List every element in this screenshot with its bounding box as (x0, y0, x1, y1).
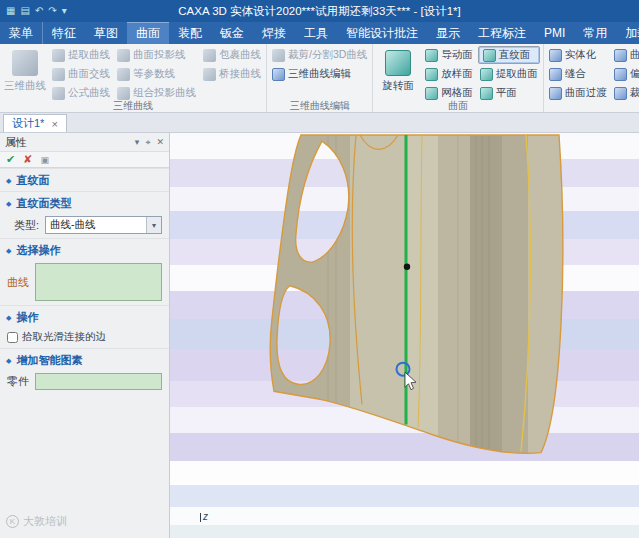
properties-panel: 属性 ▾ ⌖ ✕ ✔ ✘ ▣ ◆ 直纹面 ◆ 直纹面类型 类 (0, 133, 170, 538)
smooth-edges-checkbox[interactable] (7, 332, 18, 343)
btn-wrap-curve[interactable]: 包裹曲线 (201, 46, 263, 64)
btn-label: 导动面 (441, 48, 473, 62)
axis-indicator: z (200, 511, 208, 522)
axis-z-label: z (203, 511, 208, 522)
section-operation: ◆ 操作 (0, 305, 169, 328)
tab-sketch[interactable]: 草图 (85, 22, 127, 44)
panel-close-icon[interactable]: ✕ (156, 137, 164, 148)
tab-feature[interactable]: 特征 (43, 22, 85, 44)
btn-surface-extra[interactable]: 曲面 (612, 46, 639, 64)
part-pick-input[interactable] (35, 373, 162, 390)
customize-quick-access-icon[interactable]: ▾ (62, 6, 67, 16)
btn-3d-curve-edit[interactable]: 三维曲线编辑 (270, 65, 369, 83)
section-bullet-icon: ◆ (6, 357, 11, 364)
panel-header: 属性 ▾ ⌖ ✕ (0, 133, 169, 151)
btn-revolve-surface-label: 旋转面 (383, 79, 415, 93)
curve-row: 曲线 (0, 261, 169, 305)
save-icon[interactable]: ▤ (20, 6, 29, 16)
btn-extract-surface[interactable]: 提取曲面 (478, 65, 540, 83)
btn-label: 网格面 (441, 86, 473, 100)
confirm-icon[interactable]: ✔ (6, 153, 15, 166)
btn-label: 组合投影曲线 (133, 86, 196, 100)
watermark: K 大敦培训 (6, 514, 67, 529)
axis-z-line (200, 513, 201, 522)
btn-label: 公式曲线 (68, 86, 110, 100)
trim-surface-icon (614, 87, 627, 100)
btn-label: 裁剪 (630, 86, 639, 100)
sew-icon (549, 68, 562, 81)
viewport-3d[interactable]: z (170, 133, 639, 538)
solidify-icon (549, 49, 562, 62)
ruled-type-value: 曲线-曲线 (50, 218, 96, 232)
titlebar: ▦ ▤ ↶ ↷ ▾ CAXA 3D 实体设计2020***试用期还剩33天***… (0, 0, 639, 22)
btn-surface-projection-curve[interactable]: 曲面投影线 (115, 46, 198, 64)
model-canvas[interactable] (170, 133, 639, 538)
btn-ruled-surface[interactable]: 直纹面 (478, 46, 540, 64)
doc-tab-design1[interactable]: 设计1* × (3, 114, 67, 132)
watermark-text: 大敦培训 (23, 514, 67, 529)
type-row: 类型: 曲线-曲线 ▾ (0, 214, 169, 238)
type-label: 类型: (14, 218, 39, 233)
redo-icon[interactable]: ↷ (48, 6, 56, 16)
section-smart-element-label: 增加智能图素 (16, 353, 82, 368)
tab-tools[interactable]: 工具 (295, 22, 337, 44)
ribbon-group-surface-edit: 实体化 缝合 曲面过渡 曲面 偏移 裁剪 (544, 44, 639, 112)
bridge-curve-icon (203, 68, 216, 81)
ruled-type-select[interactable]: 曲线-曲线 ▾ (45, 216, 162, 234)
tab-common[interactable]: 常用 (574, 22, 616, 44)
panel-pin-icon[interactable]: ⌖ (145, 137, 150, 148)
btn-revolve-surface[interactable]: 旋转面 (376, 46, 420, 102)
section-operation-label: 操作 (16, 310, 38, 325)
btn-label: 平面 (496, 86, 517, 100)
mesh-surface-icon (425, 87, 438, 100)
btn-bridge-curve[interactable]: 桥接曲线 (201, 65, 263, 83)
panel-menu-icon[interactable]: ▾ (135, 137, 140, 148)
projection-curve-icon (117, 49, 130, 62)
tab-sheetmetal[interactable]: 钣金 (211, 22, 253, 44)
curve-pick-input[interactable] (35, 263, 162, 301)
tab-display[interactable]: 显示 (427, 22, 469, 44)
tab-addins[interactable]: 加载 (616, 22, 639, 44)
ribbon-group-surface: 旋转面 导动面 放样面 网格面 直纹面 提取曲面 平面 曲面 (373, 44, 544, 112)
tab-surface[interactable]: 曲面 (127, 22, 169, 44)
chevron-down-icon[interactable]: ▾ (146, 217, 161, 233)
btn-loft-surface[interactable]: 放样面 (423, 65, 475, 83)
tab-smart-annotation[interactable]: 智能设计批注 (337, 22, 427, 44)
cancel-icon[interactable]: ✘ (23, 153, 32, 166)
btn-3d-curve[interactable]: 三维曲线 (3, 46, 47, 102)
section-select-operation: ◆ 选择操作 (0, 238, 169, 261)
btn-label: 裁剪/分割3D曲线 (288, 48, 367, 62)
tab-assembly[interactable]: 装配 (169, 22, 211, 44)
undo-icon[interactable]: ↶ (35, 6, 43, 16)
btn-sweep-surface[interactable]: 导动面 (423, 46, 475, 64)
section-ruled-type-label: 直纹面类型 (16, 196, 71, 211)
combined-projection-icon (117, 87, 130, 100)
btn-extract-curve[interactable]: 提取曲线 (50, 46, 112, 64)
btn-trim-split-3d-curve[interactable]: 裁剪/分割3D曲线 (270, 46, 369, 64)
btn-sew[interactable]: 缝合 (547, 65, 609, 83)
smooth-edges-row: 拾取光滑连接的边 (0, 328, 169, 348)
section-smart-element: ◆ 增加智能图素 (0, 348, 169, 371)
curve-edit-icon (272, 68, 285, 81)
btn-isoparametric-curve[interactable]: 等参数线 (115, 65, 198, 83)
wrap-curve-icon (203, 49, 216, 62)
btn-solidify[interactable]: 实体化 (547, 46, 609, 64)
extract-curve-icon (52, 49, 65, 62)
model-shading (266, 133, 568, 538)
tab-drafting[interactable]: 工程标注 (469, 22, 535, 44)
3d-curve-icon (12, 50, 38, 76)
btn-offset-surface[interactable]: 偏移 (612, 65, 639, 83)
surface-intersection-icon (52, 68, 65, 81)
tab-menu[interactable]: 菜单 (0, 22, 43, 44)
btn-surface-intersection-curve[interactable]: 曲面交线 (50, 65, 112, 83)
options-icon[interactable]: ▣ (40, 155, 49, 165)
curve-label: 曲线 (7, 275, 29, 290)
tab-weld[interactable]: 焊接 (253, 22, 295, 44)
doc-tab-label: 设计1* (12, 116, 44, 131)
btn-surface-blend[interactable]: 曲面过渡 (547, 84, 609, 102)
section-bullet-icon: ◆ (6, 200, 11, 207)
btn-trim-surface[interactable]: 裁剪 (612, 84, 639, 102)
ribbon-tab-bar: 菜单 特征 草图 曲面 装配 钣金 焊接 工具 智能设计批注 显示 工程标注 P… (0, 22, 639, 44)
doc-tab-close-icon[interactable]: × (51, 118, 57, 130)
tab-pmi[interactable]: PMI (535, 22, 574, 44)
